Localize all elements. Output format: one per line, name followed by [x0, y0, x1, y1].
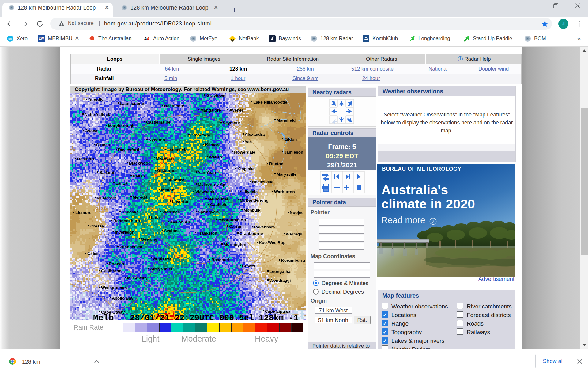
svg-text:Graytown: Graytown [206, 93, 225, 98]
svg-text:Werribee: Werribee [162, 210, 180, 214]
svg-text:Avalon Ap: Avalon Ap [170, 220, 190, 224]
svg-text:Warragul: Warragul [286, 232, 303, 236]
svg-text:Cranbourne: Cranbourne [239, 231, 263, 236]
svg-text:Cressy: Cressy [90, 224, 104, 228]
svg-text:Boonah: Boonah [109, 261, 124, 266]
svg-text:Broadford: Broadford [190, 133, 210, 137]
svg-text:Healesville: Healesville [252, 180, 273, 184]
svg-text:Lilydale: Lilydale [242, 189, 258, 194]
svg-text:Rosebud: Rosebud [211, 258, 229, 262]
svg-text:Lara: Lara [151, 215, 160, 220]
svg-text:50 km: 50 km [148, 206, 159, 211]
svg-text:Sunbury: Sunbury [167, 178, 184, 182]
svg-text:Moorabbin Ap: Moorabbin Ap [218, 218, 246, 222]
svg-text:Avoca: Avoca [85, 128, 98, 133]
svg-text:Natte Yallock: Natte Yallock [85, 112, 110, 117]
svg-text:Bannockburn: Bannockburn [113, 219, 140, 223]
svg-text:Melbourne: Melbourne [208, 197, 229, 201]
svg-text:Ballarat: Ballarat [99, 170, 115, 175]
svg-text:Melb: Melb [93, 313, 114, 320]
svg-text:Mangalore: Mangalore [200, 108, 221, 113]
svg-text:Macedon: Macedon [156, 156, 174, 161]
svg-text:Yan Yean: Yan Yean [198, 170, 216, 175]
svg-text:Avenel: Avenel [229, 108, 243, 113]
svg-text:Leongatha: Leongatha [270, 269, 291, 274]
svg-text:Geelong: Geelong [141, 237, 157, 242]
svg-text:Buxton: Buxton [269, 162, 284, 166]
svg-text:Avalon: Avalon [164, 228, 178, 233]
svg-text:CW: CW [39, 37, 44, 40]
svg-text:Pakenham: Pakenham [254, 225, 275, 229]
svg-text:Carrum: Carrum [229, 224, 244, 229]
svg-text:A: A [146, 36, 150, 41]
svg-text:Lancefield: Lancefield [167, 147, 188, 152]
svg-text:Warburton: Warburton [274, 189, 295, 194]
svg-text:Wonthaggi: Wonthaggi [270, 278, 291, 283]
svg-text:Flowerdale: Flowerdale [234, 150, 255, 155]
svg-text:Kyneton: Kyneton [149, 138, 165, 142]
svg-text:Seymour: Seymour [223, 120, 241, 125]
svg-text:Colac: Colac [87, 251, 99, 256]
svg-text:Cowes: Cowes [242, 264, 255, 268]
svg-text:Jamieson: Jamieson [284, 150, 303, 155]
svg-text:Maryborough: Maryborough [108, 124, 134, 128]
svg-text:Kilmore: Kilmore [205, 143, 221, 147]
svg-text:Castlemaine: Castlemaine [146, 120, 171, 124]
svg-text:28/01/21 22:29UTC 000.5el 128k: 28/01/21 22:29UTC 000.5el 128km -1 [130, 314, 299, 320]
svg-text:Mt Cowley: Mt Cowley [127, 276, 148, 280]
svg-text:100 km: 100 km [96, 206, 110, 211]
svg-text:Mornington: Mornington [224, 242, 246, 247]
svg-text:Marysville: Marysville [277, 172, 297, 177]
svg-text:Gisborne: Gisborne [157, 168, 175, 173]
svg-text:Kinglake: Kinglake [237, 166, 255, 171]
svg-text:Lal Lal: Lal Lal [115, 181, 129, 185]
svg-text:Winchelsea: Winchelsea [119, 245, 142, 249]
svg-text:Alexandra: Alexandra [245, 132, 265, 137]
svg-text:Noojee: Noojee [290, 210, 304, 215]
svg-text:Gellibrand: Gellibrand [101, 269, 122, 273]
svg-text:Lake Nillahcootie: Lake Nillahcootie [253, 100, 288, 105]
svg-text:Meredith: Meredith [133, 195, 150, 200]
svg-text:Lismore: Lismore [75, 210, 92, 215]
svg-text:Melton: Melton [161, 188, 175, 192]
svg-text:Weeaproinah: Weeaproinah [101, 285, 127, 290]
svg-text:Wallan: Wallan [209, 155, 222, 159]
svg-text:Melbourne Ap: Melbourne Ap [198, 182, 225, 187]
svg-text:Eildon: Eildon [284, 137, 297, 142]
svg-text:Sheoaks: Sheoaks [122, 210, 139, 214]
svg-text:xero: xero [8, 37, 12, 40]
svg-text:Yea: Yea [245, 139, 252, 144]
svg-text:Mansfield: Mansfield [277, 118, 296, 123]
svg-text:Ballan: Ballan [133, 174, 145, 178]
svg-text:Springvale: Springvale [198, 210, 219, 214]
svg-text:Cape Liptrap: Cape Liptrap [265, 309, 290, 314]
svg-text:Daylesford: Daylesford [118, 147, 139, 152]
svg-text:Frankston: Frankston [197, 231, 217, 235]
svg-text:Clunes: Clunes [96, 143, 110, 147]
svg-text:Apollo Bay: Apollo Bay [112, 296, 134, 300]
svg-text:Koo Wee Rup: Koo Wee Rup [259, 240, 286, 245]
svg-text:Mt Dandenong: Mt Dandenong [240, 198, 269, 203]
svg-text:Anglesea: Anglesea [153, 256, 172, 261]
svg-text:Laanecoorie: Laanecoorie [120, 101, 144, 106]
svg-text:Monbulk: Monbulk [243, 208, 261, 212]
svg-text:Viewbank: Viewbank [195, 189, 215, 194]
svg-text:Heathcote: Heathcote [164, 104, 184, 108]
svg-text:Korumburra: Korumburra [281, 258, 305, 263]
svg-text:Blackwood: Blackwood [129, 161, 151, 166]
svg-text:Beaufort: Beaufort [77, 157, 94, 161]
svg-text:Caulfield: Caulfield [210, 202, 228, 207]
svg-text:Laverton: Laverton [172, 199, 190, 204]
svg-text:Dunolly: Dunolly [88, 97, 104, 102]
svg-text:Inverleigh: Inverleigh [115, 230, 134, 235]
svg-text:Aireys Inlet: Aireys Inlet [150, 267, 172, 271]
svg-text:Mt Mercer: Mt Mercer [97, 196, 117, 200]
